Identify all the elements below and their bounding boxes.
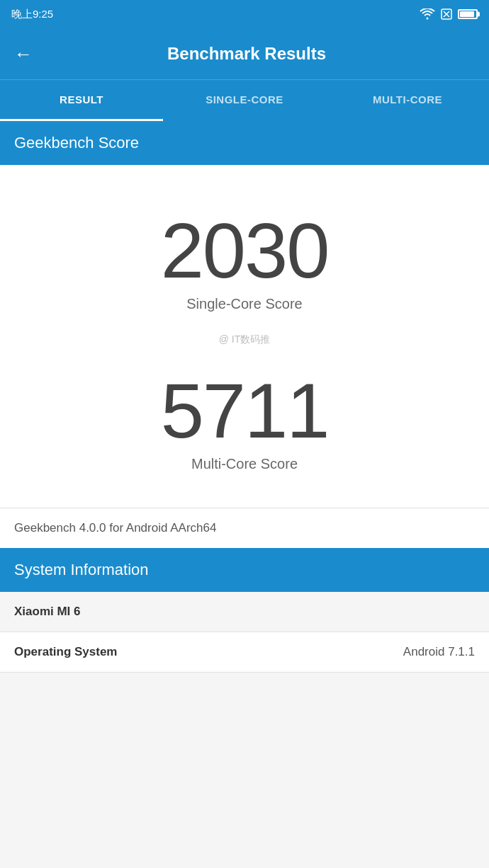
x-icon [441,8,452,20]
status-icons [420,8,478,20]
battery-icon [458,9,478,19]
single-core-score-label: Single-Core Score [186,296,302,312]
device-name-row: Xiaomi MI 6 [0,592,489,632]
device-name-label: Xiaomi MI 6 [14,605,81,619]
multi-core-score-label: Multi-Core Score [191,456,298,472]
os-label: Operating System [14,645,118,659]
toolbar: ← Benchmark Results [0,28,489,79]
page-title: Benchmark Results [44,44,475,64]
version-info-text: Geekbench 4.0.0 for Android AArch64 [14,521,216,535]
os-row: Operating System Android 7.1.1 [0,632,489,673]
back-button[interactable]: ← [14,45,33,63]
wifi-icon [420,8,435,20]
multi-core-score-value: 5711 [161,367,329,453]
geekbench-header: Geekbench Score [0,121,489,165]
status-time: 晚上9:25 [11,8,53,21]
tab-result[interactable]: RESULT [0,80,163,121]
scores-section: 2030 Single-Core Score @ IT数码推 5711 Mult… [0,165,489,508]
tab-single-core[interactable]: SINGLE-CORE [163,80,326,121]
system-info-header-text: System Information [14,561,149,578]
single-core-score-value: 2030 [161,207,329,293]
watermark: @ IT数码推 [219,333,271,346]
os-value: Android 7.1.1 [403,645,475,659]
tab-multi-core[interactable]: MULTI-CORE [326,80,489,121]
tabs-bar: RESULT SINGLE-CORE MULTI-CORE [0,79,489,121]
single-core-score-block: 2030 Single-Core Score [161,193,329,326]
system-info-header: System Information [0,548,489,592]
version-info-row: Geekbench 4.0.0 for Android AArch64 [0,508,489,548]
multi-core-score-block: 5711 Multi-Core Score [161,353,329,486]
status-bar: 晚上9:25 [0,0,489,28]
geekbench-header-text: Geekbench Score [14,134,139,152]
